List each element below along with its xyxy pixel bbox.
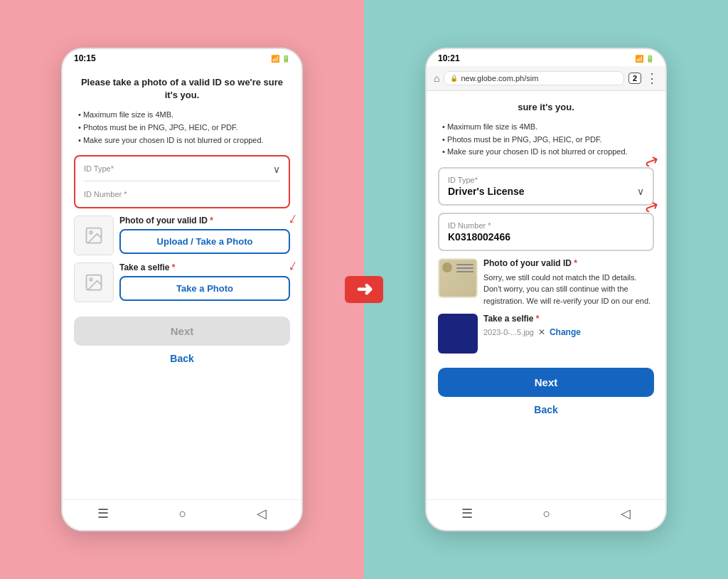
right-selfie-thumb	[438, 314, 478, 354]
browser-tab-count[interactable]: 2	[628, 73, 641, 84]
right-id-type-row: Driver's License ∨	[448, 186, 644, 197]
nav-back-icon[interactable]: ◁	[257, 506, 267, 521]
left-photo-required: *	[210, 216, 213, 225]
left-id-type-label: ID Type*	[84, 164, 114, 173]
left-status-bar: 10:15 📶 🔋	[63, 49, 301, 66]
left-divider	[84, 181, 280, 181]
id-card-lines	[456, 264, 473, 272]
browser-dots-icon[interactable]: ⋮	[646, 70, 658, 86]
id-card-visual	[439, 260, 476, 297]
right-id-type-wrapper: ↩ ID Type* Driver's License ∨	[438, 167, 654, 206]
left-selfie-btn[interactable]: Take a Photo	[119, 276, 290, 301]
right-photo-star: *	[574, 258, 577, 268]
right-photo-right: Photo of your valid ID * Sorry, we still…	[483, 258, 654, 307]
right-header-text: sure it's you.	[438, 101, 654, 114]
right-phone: 10:21 📶 🔋 ⌂ 🔒 new.globe.com.ph/sim 2 ⋮ s…	[425, 48, 667, 531]
left-phone-content: Please take a photo of a valid ID so we'…	[63, 66, 301, 499]
left-bullets: Maximum file size is 4MB. Photos must be…	[74, 109, 290, 147]
right-id-number-value: K0318002466	[448, 231, 644, 243]
left-status-time: 10:15	[74, 53, 96, 63]
left-id-number-row: ID Number *	[84, 187, 280, 200]
right-id-type-label: ID Type*	[448, 176, 644, 184]
browser-url-bar[interactable]: 🔒 new.globe.com.ph/sim	[444, 71, 623, 85]
svg-point-1	[90, 231, 92, 234]
left-photo-thumb	[74, 216, 114, 255]
right-browser-bar: ⌂ 🔒 new.globe.com.ph/sim 2 ⋮	[427, 66, 665, 91]
left-header-text: Please take a photo of a valid ID so we'…	[74, 76, 290, 102]
left-upload-btn[interactable]: Upload / Take a Photo	[119, 229, 290, 254]
bullet3: Make sure your chosen ID is not blurred …	[74, 134, 290, 147]
nav-menu-icon[interactable]: ☰	[97, 506, 109, 521]
left-selfie-section: Take a selfie * ↓ Take a Photo	[74, 262, 290, 302]
bullet2: Photos must be in PNG, JPG, HEIC, or PDF…	[74, 122, 290, 134]
right-photo-label: Photo of your valid ID *	[483, 258, 654, 268]
left-selfie-required: *	[172, 262, 176, 272]
left-id-fields-box: ID Type* ∨ ID Number *	[74, 155, 290, 208]
right-signal-icon: 📶	[635, 55, 643, 63]
right-nav-back-icon[interactable]: ◁	[621, 506, 631, 521]
right-dropdown-arrow: ∨	[637, 186, 644, 197]
right-bullet2: Photos must be in PNG, JPG, HEIC, or PDF…	[438, 134, 654, 147]
left-dropdown-arrow: ∨	[273, 164, 280, 175]
right-file-info: 2023-0-...5.jpg ✕ Change	[483, 327, 654, 337]
center-arrow: ➜	[345, 276, 383, 303]
left-id-number-label: ID Number *	[84, 190, 127, 198]
right-phone-content: sure it's you. Maximum file size is 4MB.…	[427, 91, 665, 499]
right-status-icons: 📶 🔋	[635, 55, 654, 63]
lock-icon: 🔒	[450, 75, 458, 82]
right-battery-icon: 🔋	[646, 55, 654, 63]
right-status-time: 10:21	[438, 53, 460, 63]
right-status-bar: 10:21 📶 🔋	[427, 49, 665, 66]
left-arrow1: ↓	[285, 208, 301, 228]
right-selfie-section: Take a selfie * 2023-0-...5.jpg ✕ Change	[438, 314, 654, 354]
red-arrow-shape: ➜	[345, 276, 383, 303]
right-id-type-value: Driver's License	[448, 186, 525, 197]
left-panel: 10:15 📶 🔋 Please take a photo of a valid…	[0, 0, 364, 579]
right-nav-bar: ☰ ○ ◁	[427, 499, 665, 530]
right-bullet1: Maximum file size is 4MB.	[438, 121, 654, 134]
right-id-number-field[interactable]: ID Number * K0318002466	[438, 213, 654, 251]
left-back-link[interactable]: Back	[74, 353, 290, 364]
signal-icon: 📶	[271, 55, 279, 63]
left-status-icons: 📶 🔋	[271, 55, 290, 63]
left-selfie-right: Take a selfie * ↓ Take a Photo	[119, 262, 290, 301]
left-next-btn: Next	[74, 317, 290, 346]
right-selfie-label: Take a selfie *	[483, 314, 654, 324]
right-photo-section: Photo of your valid ID * Sorry, we still…	[438, 258, 654, 307]
right-bullet3: Make sure your chosen ID is not blurred …	[438, 146, 654, 159]
right-id-number-wrapper: ↩ ID Number * K0318002466	[438, 213, 654, 251]
svg-point-3	[90, 278, 92, 281]
right-id-type-field[interactable]: ID Type* Driver's License ∨	[438, 167, 654, 206]
right-selfie-star: *	[536, 314, 540, 324]
right-error-msg: Sorry, we still could not match the ID d…	[483, 272, 654, 307]
right-id-thumb	[438, 258, 478, 298]
right-file-name: 2023-0-...5.jpg	[483, 328, 534, 336]
right-nav-menu-icon[interactable]: ☰	[461, 506, 473, 521]
left-phone: 10:15 📶 🔋 Please take a photo of a valid…	[61, 48, 303, 531]
left-photo-section: Photo of your valid ID * ↓ Upload / Take…	[74, 216, 290, 255]
nav-home-icon[interactable]: ○	[179, 506, 187, 521]
left-selfie-label: Take a selfie *	[119, 262, 290, 272]
right-back-link[interactable]: Back	[438, 404, 654, 415]
right-selfie-right: Take a selfie * 2023-0-...5.jpg ✕ Change	[483, 314, 654, 337]
right-panel: 10:21 📶 🔋 ⌂ 🔒 new.globe.com.ph/sim 2 ⋮ s…	[364, 0, 728, 579]
left-upload-right: Photo of your valid ID * ↓ Upload / Take…	[119, 216, 290, 254]
browser-url-text: new.globe.com.ph/sim	[461, 74, 538, 83]
right-x-icon[interactable]: ✕	[538, 327, 545, 337]
right-change-link[interactable]: Change	[550, 327, 581, 337]
left-arrow2: ↓	[285, 255, 301, 275]
left-id-type-row[interactable]: ID Type* ∨	[84, 164, 280, 175]
right-next-btn[interactable]: Next	[438, 368, 654, 397]
left-selfie-thumb	[74, 262, 114, 302]
browser-home-icon[interactable]: ⌂	[434, 73, 439, 84]
wifi-icon: 🔋	[282, 55, 290, 63]
arrow-symbol: ➜	[356, 280, 373, 299]
left-photo-label: Photo of your valid ID *	[119, 216, 290, 225]
left-nav-bar: ☰ ○ ◁	[63, 499, 301, 530]
right-bullets: Maximum file size is 4MB. Photos must be…	[438, 121, 654, 159]
right-id-number-label: ID Number *	[448, 221, 644, 230]
bullet1: Maximum file size is 4MB.	[74, 109, 290, 122]
right-nav-home-icon[interactable]: ○	[543, 506, 551, 521]
